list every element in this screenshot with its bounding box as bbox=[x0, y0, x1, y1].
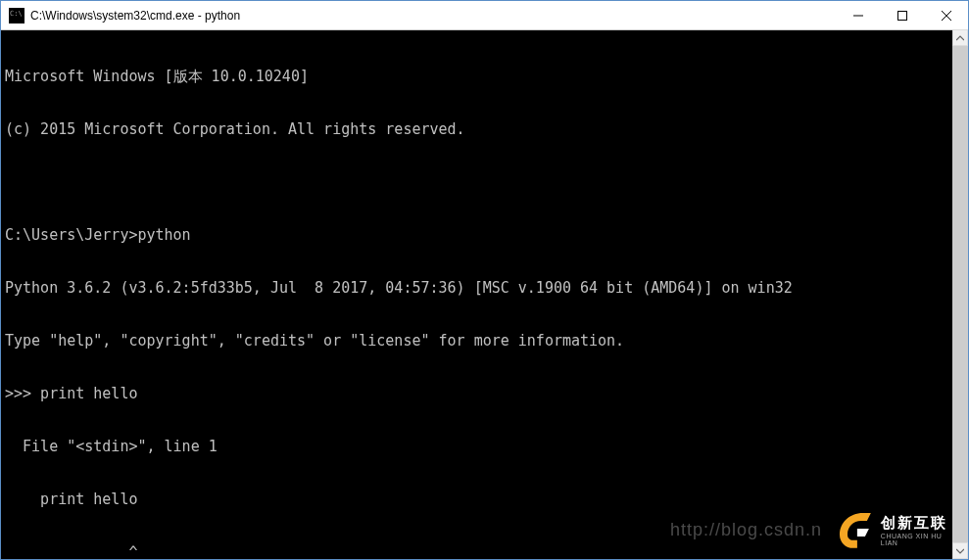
terminal-line: C:\Users\Jerry>python bbox=[5, 226, 964, 244]
window-title: C:\Windows\system32\cmd.exe - python bbox=[30, 9, 836, 23]
minimize-button[interactable] bbox=[836, 1, 880, 29]
scroll-down-button[interactable] bbox=[952, 542, 968, 559]
svg-rect-1 bbox=[897, 11, 906, 20]
chevron-up-icon bbox=[956, 34, 964, 42]
terminal-line: Type "help", "copyright", "credits" or "… bbox=[5, 332, 964, 350]
cmd-window: C:\Windows\system32\cmd.exe - python Mic… bbox=[0, 0, 969, 560]
vertical-scrollbar[interactable] bbox=[952, 29, 968, 559]
terminal-line: File "<stdin>", line 1 bbox=[5, 438, 964, 455]
maximize-icon bbox=[897, 11, 907, 21]
terminal-line: Microsoft Windows [版本 10.0.10240] bbox=[5, 68, 964, 85]
terminal-line: ^ bbox=[5, 543, 964, 559]
terminal-line bbox=[5, 173, 964, 191]
terminal-line: Python 3.6.2 (v3.6.2:5fd33b5, Jul 8 2017… bbox=[5, 279, 964, 297]
titlebar[interactable]: C:\Windows\system32\cmd.exe - python bbox=[1, 1, 968, 30]
window-controls bbox=[836, 1, 968, 29]
minimize-icon bbox=[853, 11, 863, 21]
close-icon bbox=[942, 11, 951, 21]
terminal-line: (c) 2015 Microsoft Corporation. All righ… bbox=[5, 120, 964, 138]
close-button[interactable] bbox=[924, 1, 968, 29]
scroll-thumb[interactable] bbox=[952, 46, 968, 542]
chevron-down-icon bbox=[956, 547, 964, 555]
terminal-line: >>> print hello bbox=[5, 385, 964, 402]
app-icon bbox=[9, 8, 24, 23]
scroll-up-button[interactable] bbox=[952, 29, 968, 46]
scroll-track[interactable] bbox=[952, 46, 968, 542]
terminal-output[interactable]: Microsoft Windows [版本 10.0.10240] (c) 20… bbox=[1, 30, 968, 559]
terminal-line: print hello bbox=[5, 490, 964, 508]
maximize-button[interactable] bbox=[880, 1, 924, 29]
